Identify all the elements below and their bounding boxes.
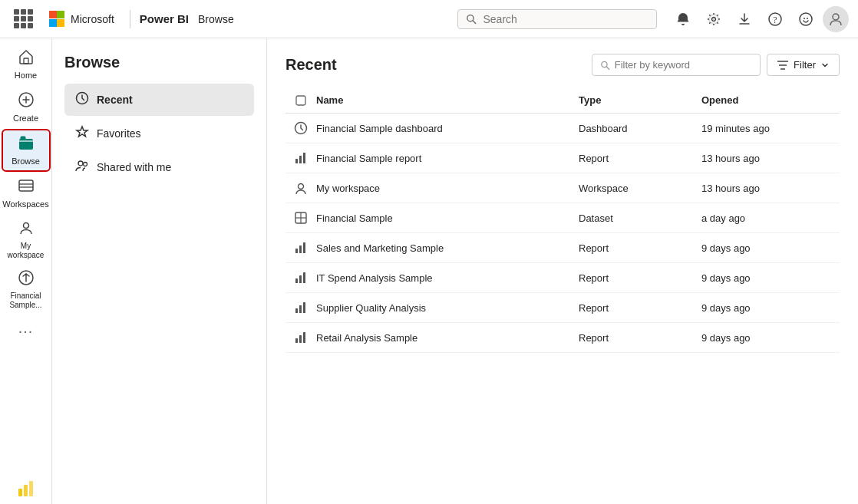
row-type-4: Report	[579, 242, 701, 254]
row-icon-7	[285, 331, 316, 344]
sidebar-item-financial-sample[interactable]: FinancialSample...	[3, 266, 49, 313]
row-name-6: Supplier Quality Analysis	[316, 302, 579, 314]
svg-rect-44	[303, 272, 305, 283]
browse-panel-title: Browse	[64, 54, 254, 71]
sidebar-item-browse-label: Browse	[12, 156, 40, 166]
page-title: Browse	[198, 13, 234, 25]
filter-input-wrapper[interactable]	[592, 54, 761, 76]
row-name-1: Financial Sample report	[316, 153, 579, 164]
svg-rect-39	[295, 249, 298, 253]
browse-shared-label: Shared with me	[97, 161, 171, 173]
table-row[interactable]: Financial Sample report Report 13 hours …	[285, 143, 840, 173]
svg-point-23	[78, 161, 83, 166]
browse-favorites-label: Favorites	[97, 127, 141, 140]
row-opened-2: 13 hours ago	[701, 183, 840, 194]
home-icon	[18, 48, 35, 69]
download-button[interactable]	[731, 5, 758, 33]
table-header: Name Type Opened	[285, 88, 840, 114]
filter-button[interactable]: Filter	[767, 54, 840, 76]
sidebar-item-financial-label: FinancialSample...	[9, 292, 41, 310]
row-icon-5	[285, 271, 316, 285]
main-actions: Filter	[592, 54, 840, 76]
browse-icon	[18, 134, 35, 155]
col-name-header: Name	[316, 94, 579, 107]
sidebar-item-browse[interactable]: Browse	[3, 130, 49, 170]
help-button[interactable]: ?	[761, 5, 789, 33]
col-type-header: Type	[579, 94, 701, 107]
filter-button-label: Filter	[794, 59, 816, 71]
sidebar-item-workspaces[interactable]: Workspaces	[3, 173, 49, 213]
svg-point-4	[800, 13, 812, 25]
row-name-2: My workspace	[316, 183, 579, 194]
table-row[interactable]: Retail Analysis Sample Report 9 days ago	[285, 323, 840, 353]
svg-line-1	[473, 20, 476, 23]
svg-rect-50	[303, 332, 305, 343]
row-icon-6	[285, 301, 316, 315]
table-row[interactable]: Financial Sample dashboard Dashboard 19 …	[285, 114, 840, 143]
search-bar[interactable]	[457, 9, 657, 29]
table: Name Type Opened Financial Sample dashbo…	[285, 88, 840, 353]
row-opened-4: 9 days ago	[701, 242, 840, 254]
layout: Home Create Browse Workspaces Myworkspac…	[0, 38, 858, 504]
svg-rect-20	[24, 485, 28, 496]
svg-rect-49	[299, 335, 302, 343]
svg-rect-48	[295, 338, 298, 343]
svg-point-6	[807, 18, 808, 19]
table-row[interactable]: My workspace Workspace 13 hours ago	[285, 173, 840, 203]
svg-rect-30	[296, 96, 305, 105]
recent-icon	[75, 91, 89, 108]
row-type-0: Dashboard	[579, 123, 701, 134]
create-icon	[18, 91, 35, 112]
svg-rect-47	[303, 302, 305, 313]
browse-recent[interactable]: Recent	[64, 84, 254, 116]
browse-favorites[interactable]: Favorites	[64, 117, 254, 150]
sidebar-item-create[interactable]: Create	[3, 87, 49, 127]
microsoft-logo[interactable]: Microsoft	[43, 11, 120, 28]
row-opened-1: 13 hours ago	[701, 153, 840, 164]
row-name-4: Sales and Marketing Sample	[316, 242, 579, 254]
svg-rect-21	[29, 481, 33, 496]
waffle-icon	[14, 9, 33, 28]
sidebar-item-home-label: Home	[15, 71, 37, 81]
ms-logo-icon	[49, 11, 66, 28]
settings-button[interactable]	[700, 5, 728, 33]
row-opened-3: a day ago	[701, 212, 840, 224]
favorites-icon	[75, 125, 89, 142]
svg-point-17	[23, 223, 28, 229]
search-input[interactable]	[483, 13, 648, 25]
svg-rect-42	[295, 278, 298, 283]
row-opened-0: 19 minutes ago	[701, 123, 840, 134]
filter-keyword-input[interactable]	[615, 59, 752, 71]
nav-divider	[130, 10, 130, 28]
sidebar-more-button[interactable]: ···	[12, 316, 40, 346]
browse-recent-label: Recent	[97, 94, 133, 106]
sidebar-item-home[interactable]: Home	[3, 44, 49, 84]
row-type-5: Report	[579, 272, 701, 284]
user-avatar[interactable]	[823, 6, 849, 32]
sidebar-item-workspaces-label: Workspaces	[2, 199, 48, 209]
app-name: Power BI	[140, 12, 189, 25]
table-row[interactable]: Financial Sample Dataset a day ago	[285, 203, 840, 233]
search-icon	[466, 13, 477, 25]
notifications-button[interactable]	[669, 5, 697, 33]
table-row[interactable]: IT Spend Analysis Sample Report 9 days a…	[285, 263, 840, 293]
waffle-menu[interactable]	[9, 5, 37, 33]
powerbi-logo[interactable]	[15, 476, 37, 498]
svg-rect-12	[19, 139, 33, 150]
sidebar-item-my-workspace[interactable]: Myworkspace	[3, 216, 49, 263]
row-icon-3	[285, 211, 316, 225]
shared-icon	[75, 159, 89, 176]
row-opened-7: 9 days ago	[701, 332, 840, 344]
browse-panel: Browse Recent Favorites Shared with me	[52, 38, 267, 504]
svg-rect-40	[299, 245, 302, 253]
main-content: Recent Filter Name Type	[267, 38, 858, 504]
row-type-1: Report	[579, 153, 701, 164]
row-icon-1	[285, 151, 316, 165]
table-row[interactable]: Supplier Quality Analysis Report 9 days …	[285, 293, 840, 323]
sidebar-item-my-workspace-label: Myworkspace	[8, 242, 45, 260]
browse-shared-with-me[interactable]: Shared with me	[64, 151, 254, 183]
row-type-6: Report	[579, 302, 701, 314]
feedback-button[interactable]	[792, 5, 820, 33]
table-row[interactable]: Sales and Marketing Sample Report 9 days…	[285, 233, 840, 263]
row-name-3: Financial Sample	[316, 212, 579, 224]
